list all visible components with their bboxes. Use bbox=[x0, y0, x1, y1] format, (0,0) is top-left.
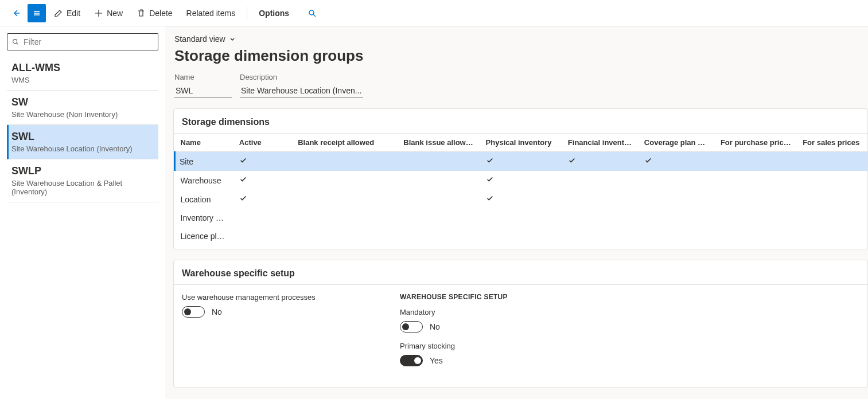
new-button[interactable]: New bbox=[88, 4, 129, 22]
dimensions-grid: NameActiveBlank receipt allowedBlank iss… bbox=[174, 134, 867, 245]
check-icon bbox=[239, 157, 247, 166]
grid-cell-check[interactable] bbox=[398, 209, 480, 227]
back-button[interactable] bbox=[7, 4, 25, 22]
grid-cell-check[interactable] bbox=[797, 171, 867, 190]
name-field[interactable] bbox=[174, 84, 232, 98]
grid-cell-check[interactable] bbox=[639, 209, 715, 227]
check-icon bbox=[239, 175, 247, 185]
grid-cell-check[interactable] bbox=[292, 227, 398, 245]
grid-row[interactable]: Site bbox=[175, 152, 868, 171]
svg-point-0 bbox=[309, 10, 314, 15]
grid-cell-check[interactable] bbox=[715, 209, 797, 227]
use-wms-value: No bbox=[212, 307, 222, 316]
list-button[interactable] bbox=[28, 4, 46, 22]
grid-cell-check[interactable] bbox=[480, 227, 562, 245]
primary-stocking-label: Primary stocking bbox=[400, 342, 572, 350]
grid-cell-check[interactable] bbox=[562, 190, 639, 209]
grid-cell-name[interactable]: Inventory st... bbox=[175, 209, 233, 227]
grid-header[interactable]: Active bbox=[233, 134, 292, 152]
delete-button[interactable]: Delete bbox=[131, 4, 178, 22]
mandatory-value: No bbox=[430, 322, 440, 331]
grid-cell-check[interactable] bbox=[233, 227, 292, 245]
grid-cell-check[interactable] bbox=[398, 190, 480, 209]
grid-row[interactable]: Licence plate bbox=[175, 227, 868, 245]
chevron-down-icon bbox=[229, 36, 236, 42]
grid-cell-name[interactable]: Location bbox=[175, 190, 233, 209]
grid-cell-check[interactable] bbox=[292, 209, 398, 227]
filter-input[interactable] bbox=[7, 33, 158, 50]
grid-cell-check[interactable] bbox=[639, 227, 715, 245]
edit-button[interactable]: Edit bbox=[48, 4, 86, 22]
grid-cell-check[interactable] bbox=[480, 152, 562, 171]
grid-row[interactable]: Location bbox=[175, 190, 868, 209]
grid-header[interactable]: For sales prices bbox=[797, 134, 867, 152]
related-items-button[interactable]: Related items bbox=[181, 4, 242, 22]
grid-row[interactable]: Inventory st... bbox=[175, 209, 868, 227]
grid-cell-check[interactable] bbox=[233, 209, 292, 227]
mandatory-toggle[interactable] bbox=[400, 321, 423, 332]
grid-cell-check[interactable] bbox=[233, 190, 292, 209]
grid-cell-check[interactable] bbox=[797, 190, 867, 209]
sidebar-item-swlp[interactable]: SWLPSite Warehouse Location & Pallet (In… bbox=[7, 159, 158, 202]
related-label: Related items bbox=[186, 9, 236, 18]
storage-dimensions-title: Storage dimensions bbox=[174, 109, 867, 133]
grid-cell-check[interactable] bbox=[715, 190, 797, 209]
mandatory-label: Mandatory bbox=[400, 308, 572, 316]
grid-cell-check[interactable] bbox=[715, 152, 797, 171]
grid-header[interactable]: Name bbox=[175, 134, 233, 152]
sidebar-item-swl[interactable]: SWLSite Warehouse Location (Inventory) bbox=[7, 125, 158, 159]
grid-cell-check[interactable] bbox=[562, 227, 639, 245]
grid-cell-check[interactable] bbox=[480, 190, 562, 209]
grid-cell-name[interactable]: Site bbox=[175, 152, 233, 171]
description-label: Description bbox=[240, 73, 363, 81]
grid-cell-check[interactable] bbox=[398, 227, 480, 245]
grid-cell-check[interactable] bbox=[292, 152, 398, 171]
view-selector[interactable]: Standard view bbox=[174, 34, 236, 44]
grid-cell-check[interactable] bbox=[797, 152, 867, 171]
grid-cell-check[interactable] bbox=[562, 171, 639, 190]
sidebar-item-all-wms[interactable]: ALL-WMSWMS bbox=[7, 56, 158, 91]
grid-header[interactable]: Blank issue allowed bbox=[398, 134, 480, 152]
grid-header[interactable]: Physical inventory bbox=[480, 134, 562, 152]
list-item-subtitle: Site Warehouse (Non Inventory) bbox=[11, 110, 154, 119]
grid-header[interactable]: Blank receipt allowed bbox=[292, 134, 398, 152]
grid-cell-check[interactable] bbox=[639, 190, 715, 209]
grid-cell-check[interactable] bbox=[292, 171, 398, 190]
check-icon bbox=[486, 157, 494, 166]
use-wms-label: Use warehouse management processes bbox=[182, 293, 331, 302]
primary-stocking-toggle[interactable] bbox=[400, 355, 423, 366]
grid-cell-check[interactable] bbox=[797, 227, 867, 245]
check-icon bbox=[239, 194, 247, 204]
grid-cell-check[interactable] bbox=[233, 152, 292, 171]
grid-cell-check[interactable] bbox=[639, 171, 715, 190]
list-item-subtitle: Site Warehouse Location (Inventory) bbox=[11, 144, 154, 153]
grid-cell-name[interactable]: Licence plate bbox=[175, 227, 233, 245]
grid-header[interactable]: Financial inventory bbox=[562, 134, 639, 152]
grid-cell-check[interactable] bbox=[480, 209, 562, 227]
options-button[interactable]: Options bbox=[253, 4, 295, 22]
grid-cell-check[interactable] bbox=[562, 152, 639, 171]
edit-label: Edit bbox=[67, 9, 80, 18]
grid-header[interactable]: For purchase prices bbox=[715, 134, 797, 152]
grid-cell-name[interactable]: Warehouse bbox=[175, 171, 233, 190]
grid-cell-check[interactable] bbox=[398, 152, 480, 171]
grid-cell-check[interactable] bbox=[797, 209, 867, 227]
new-label: New bbox=[107, 9, 123, 18]
grid-cell-check[interactable] bbox=[562, 209, 639, 227]
use-wms-toggle[interactable] bbox=[182, 306, 205, 318]
grid-cell-check[interactable] bbox=[233, 171, 292, 190]
grid-cell-check[interactable] bbox=[639, 152, 715, 171]
search-button[interactable] bbox=[303, 4, 321, 22]
grid-cell-check[interactable] bbox=[480, 171, 562, 190]
grid-header[interactable]: Coverage plan by di... bbox=[639, 134, 715, 152]
action-pane: Edit New Delete Related items Options bbox=[0, 0, 868, 26]
grid-cell-check[interactable] bbox=[715, 227, 797, 245]
description-field[interactable] bbox=[240, 84, 363, 98]
check-icon bbox=[568, 157, 576, 166]
grid-cell-check[interactable] bbox=[292, 190, 398, 209]
grid-cell-check[interactable] bbox=[398, 171, 480, 190]
grid-row[interactable]: Warehouse bbox=[175, 171, 868, 190]
sidebar-item-sw[interactable]: SWSite Warehouse (Non Inventory) bbox=[7, 91, 158, 125]
grid-cell-check[interactable] bbox=[715, 171, 797, 190]
list-item-title: SWL bbox=[11, 131, 154, 143]
